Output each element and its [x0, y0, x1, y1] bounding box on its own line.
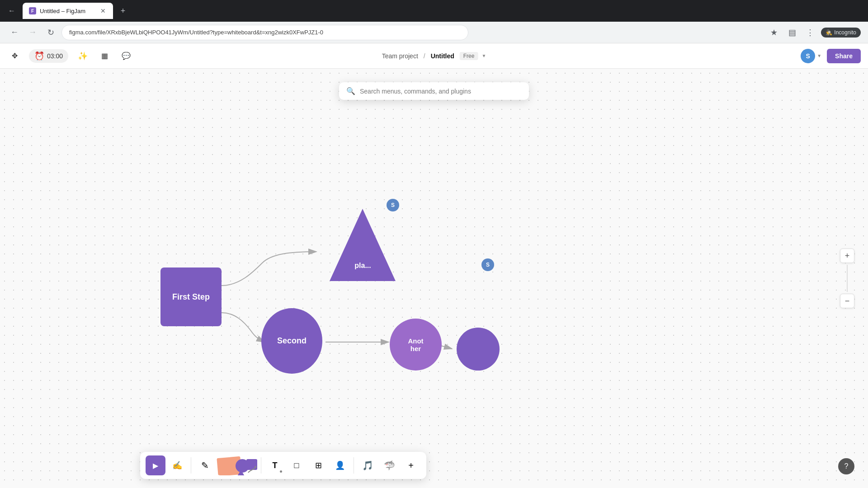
- tab-close-btn[interactable]: ✕: [99, 7, 107, 14]
- pen-icon: ✎: [201, 460, 209, 471]
- cursor-tool-btn[interactable]: ✥: [7, 49, 22, 63]
- svg-marker-1: [330, 209, 396, 281]
- incognito-label: Incognito: [834, 29, 856, 36]
- frames-tool-btn[interactable]: ▦: [97, 49, 112, 63]
- nav-forward-btn[interactable]: →: [25, 25, 40, 40]
- text-tool-btn[interactable]: T: [265, 455, 285, 475]
- first-step-label: First Step: [172, 292, 210, 302]
- incognito-icon: 🕵: [826, 29, 832, 36]
- user-cursor-2: S: [481, 258, 494, 271]
- browser-back-btn[interactable]: ←: [5, 4, 19, 18]
- bottom-toolbar: ▶ ✍ ✎ T: [140, 452, 426, 479]
- canvas-area[interactable]: 🔍 First Step pla... Second Another: [0, 69, 868, 488]
- stamp-icon: 👤: [335, 460, 345, 470]
- browser-tab[interactable]: F Untitled – FigJam ✕: [23, 3, 113, 19]
- second-shape[interactable]: Second: [261, 308, 322, 374]
- help-icon: ?: [844, 462, 849, 470]
- search-input[interactable]: [360, 88, 522, 95]
- text-icon: T: [273, 461, 278, 470]
- zoom-plus-icon: +: [845, 251, 850, 261]
- nav-refresh-btn[interactable]: ↻: [43, 25, 58, 40]
- comment-tool-btn[interactable]: 💬: [119, 49, 133, 63]
- toolbar-divider-1: [191, 457, 191, 474]
- second-label: Second: [277, 336, 307, 346]
- zoom-controls: + −: [840, 249, 854, 308]
- add-plugin-btn[interactable]: +: [401, 455, 421, 475]
- triangle-svg: [328, 206, 398, 286]
- search-icon: 🔍: [346, 87, 355, 95]
- connectors-svg: [0, 69, 868, 488]
- triangle-shape[interactable]: pla...: [328, 206, 398, 286]
- hand-tool-btn[interactable]: ✍: [167, 455, 187, 475]
- bookmark-icon[interactable]: ★: [767, 25, 781, 40]
- dropdown-chevron-icon[interactable]: ▼: [481, 53, 486, 58]
- cursor-icon: ▶: [153, 461, 158, 470]
- frame-tool-btn[interactable]: □: [287, 455, 307, 475]
- timer-value: 03:00: [47, 52, 63, 60]
- user-avatar-1: S: [387, 199, 399, 211]
- first-step-shape[interactable]: First Step: [160, 267, 222, 326]
- figma-toolbar: ✥ ⏰ 03:00 ✨ ▦ 💬 Team project / Untitled …: [0, 43, 868, 69]
- project-path[interactable]: Team project: [382, 52, 418, 60]
- table-tool-btn[interactable]: ⊞: [308, 455, 328, 475]
- incognito-badge: 🕵 Incognito: [821, 28, 861, 38]
- help-btn[interactable]: ?: [838, 458, 854, 474]
- zoom-minus-icon: −: [845, 296, 850, 306]
- circle2-shape[interactable]: [457, 328, 500, 371]
- zoom-in-btn[interactable]: +: [840, 249, 854, 263]
- zoom-slider-track: [847, 265, 848, 292]
- browser-nav: ← → ↻ figma.com/file/XRxbBjeWLbiQHPOO41J…: [0, 22, 868, 43]
- shape-preview-curve: [247, 465, 256, 474]
- toolbar-center: Team project / Untitled Free ▼: [382, 52, 486, 60]
- ai-tool-btn[interactable]: ✨: [75, 49, 90, 63]
- new-tab-btn[interactable]: +: [117, 5, 129, 17]
- nav-back-btn[interactable]: ←: [7, 25, 22, 40]
- timer-badge: ⏰ 03:00: [29, 49, 68, 63]
- user-avatar[interactable]: S: [801, 49, 815, 63]
- free-badge: Free: [460, 52, 478, 60]
- search-box: 🔍: [339, 82, 529, 100]
- toolbar-right: S ▼ Share: [801, 49, 861, 63]
- zoom-out-btn[interactable]: −: [840, 294, 854, 308]
- address-bar[interactable]: figma.com/file/XRxbBjeWLbiQHPOO41JyWm/Un…: [61, 25, 468, 40]
- browser-chrome: ← F Untitled – FigJam ✕ +: [0, 0, 868, 22]
- pen-tool-btn[interactable]: ✎: [195, 455, 215, 475]
- share-button[interactable]: Share: [827, 49, 861, 63]
- plugin-icon-2[interactable]: 🦈: [379, 455, 399, 475]
- shape-preview-triangle: [236, 470, 246, 475]
- another-label: Another: [408, 337, 423, 352]
- toolbar-left: ✥ ⏰ 03:00 ✨ ▦ 💬: [7, 49, 133, 63]
- select-tool-btn[interactable]: ▶: [146, 455, 165, 475]
- tab-title: Untitled – FigJam: [40, 8, 96, 14]
- plugin-icon-1[interactable]: 🎵: [358, 455, 377, 475]
- plugin-icons: 🎵 🦈 +: [358, 455, 421, 475]
- stamp-tool-btn[interactable]: 👤: [330, 455, 350, 475]
- toolbar-divider-3: [354, 457, 354, 474]
- add-plugin-icon: +: [408, 460, 414, 471]
- breadcrumb-sep: /: [424, 52, 425, 60]
- browser-menu-icon[interactable]: ⋮: [803, 25, 817, 40]
- extensions-icon[interactable]: ▤: [785, 25, 799, 40]
- hand-icon: ✍: [172, 460, 182, 470]
- user-avatar-2: S: [481, 258, 494, 271]
- avatar-container: S ▼: [801, 49, 821, 63]
- frame-icon: □: [294, 461, 299, 470]
- timer-icon: ⏰: [34, 51, 44, 61]
- user-cursor-1: S: [387, 199, 399, 211]
- another-shape[interactable]: Another: [390, 319, 442, 371]
- file-title[interactable]: Untitled: [431, 52, 454, 60]
- text-tool-dot: [280, 470, 282, 473]
- table-icon: ⊞: [315, 460, 322, 470]
- nav-right: ★ ▤ ⋮ 🕵 Incognito: [767, 25, 861, 40]
- tab-favicon: F: [29, 7, 36, 14]
- triangle-label: pla...: [354, 262, 371, 270]
- shapes-tool-btn[interactable]: [217, 455, 257, 475]
- address-text: figma.com/file/XRxbBjeWLbiQHPOO41JyWm/Un…: [69, 29, 323, 36]
- toolbar-divider-2: [261, 457, 261, 474]
- avatar-chevron[interactable]: ▼: [817, 53, 821, 58]
